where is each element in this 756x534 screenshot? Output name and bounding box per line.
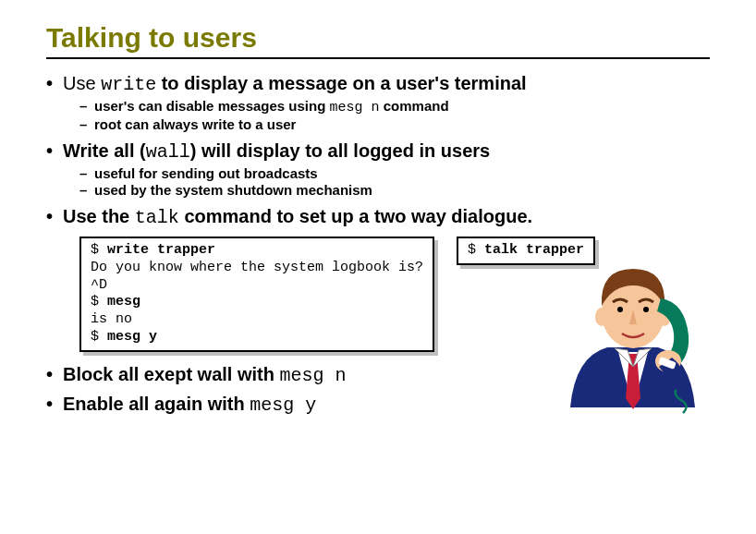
output-line: is no: [91, 311, 132, 327]
text-part: ) will display to all logged in users: [190, 140, 491, 161]
text-part: Enable all again with: [63, 394, 250, 414]
command-text: talk: [135, 207, 179, 228]
bullet-text: Use write to display a message on a user…: [63, 72, 527, 96]
list-item: • Write all (wall) will display to all l…: [46, 140, 710, 198]
command-text: mesg y: [250, 394, 316, 416]
dash-bullet: –: [79, 98, 94, 114]
man-on-phone-illustration: [561, 250, 704, 417]
text-part: to display a message on a user's termina…: [156, 73, 526, 93]
output-line: ^D: [91, 277, 107, 293]
text-part: command to set up a two way dialogue.: [179, 206, 532, 226]
text-part: user's can disable messages using: [94, 98, 330, 114]
list-item: – used by the system shutdown mechanism: [79, 182, 710, 198]
bullet-text: Write all (wall) will display to all log…: [63, 140, 490, 164]
list-item: – root can always write to a user: [79, 116, 710, 132]
sub-text: root can always write to a user: [94, 116, 296, 132]
bullet-dot: •: [46, 73, 63, 94]
bullet-text: Block all exept wall with mesg n: [63, 363, 347, 387]
sub-text: used by the system shutdown mechanism: [94, 182, 372, 198]
list-item: – user's can disable messages using mesg…: [79, 98, 710, 115]
slide: Talking to users • Use write to display …: [0, 0, 756, 441]
command-text: mesg: [107, 294, 140, 309]
dash-bullet: –: [79, 116, 94, 132]
text-part: command: [380, 98, 449, 114]
title-underline: [46, 57, 710, 59]
prompt: $: [91, 329, 107, 345]
svg-point-1: [595, 308, 608, 326]
command-text: mesg n: [280, 365, 347, 386]
bullet-text: Use the talk command to set up a two way…: [63, 205, 532, 229]
dash-bullet: –: [79, 182, 94, 198]
svg-point-3: [617, 307, 623, 312]
bullet-dot: •: [46, 394, 63, 415]
command-text: mesg n: [330, 100, 380, 115]
prompt: $: [91, 242, 107, 258]
text-part: Write all (: [63, 140, 146, 161]
svg-point-4: [643, 307, 649, 312]
sub-list: – user's can disable messages using mesg…: [79, 98, 710, 132]
bullet-dot: •: [46, 140, 63, 162]
text-part: Use the: [63, 206, 135, 226]
command-text: wall: [146, 141, 190, 163]
command-text: write: [101, 74, 156, 95]
sub-text: user's can disable messages using mesg n…: [94, 98, 449, 115]
sub-text: useful for sending out broadcasts: [94, 165, 318, 181]
bullet-dot: •: [46, 206, 63, 227]
code-box-write: $ write trapper Do you know where the sy…: [79, 237, 434, 352]
output-line: Do you know where the system logbook is?: [91, 260, 423, 275]
dash-bullet: –: [79, 165, 94, 181]
prompt: $: [468, 242, 484, 258]
bullet-dot: •: [46, 364, 63, 385]
text-part: root can always write to a user: [94, 116, 296, 132]
list-item: • Use write to display a message on a us…: [46, 72, 710, 132]
bullet-text: Enable all again with mesg y: [63, 393, 316, 417]
command-text: write trapper: [107, 242, 215, 258]
list-item: – useful for sending out broadcasts: [79, 165, 710, 181]
slide-title: Talking to users: [46, 22, 710, 54]
prompt: $: [91, 294, 107, 309]
command-text: mesg y: [107, 329, 157, 345]
sub-list: – useful for sending out broadcasts – us…: [79, 165, 710, 198]
text-part: Block all exept wall with: [63, 364, 280, 384]
text-part: Use: [63, 73, 101, 93]
